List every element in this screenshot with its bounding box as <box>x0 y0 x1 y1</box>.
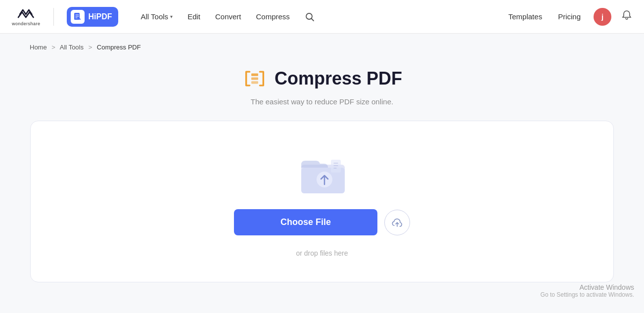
compress-pdf-icon <box>242 66 268 91</box>
alltools-chevron-icon: ▾ <box>170 14 173 19</box>
user-avatar[interactable]: j <box>594 8 611 26</box>
nav-compress[interactable]: Compress <box>250 8 296 25</box>
cloud-upload-icon <box>391 217 403 228</box>
nav-templates[interactable]: Templates <box>506 8 545 25</box>
choose-file-button[interactable]: Choose File <box>234 209 377 235</box>
nav-edit[interactable]: Edit <box>182 8 206 25</box>
svg-rect-4 <box>251 77 258 80</box>
wondershare-logo[interactable]: wondershare <box>12 7 41 26</box>
wondershare-label: wondershare <box>12 21 41 26</box>
drop-text: or drop files here <box>296 249 348 257</box>
hipdf-badge[interactable]: HiPDF <box>67 7 118 27</box>
nav-right: Templates Pricing j <box>506 8 632 26</box>
notification-bell-icon[interactable] <box>621 10 632 23</box>
nav-left: All Tools ▾ Edit Convert Compress <box>135 8 319 26</box>
svg-line-2 <box>311 18 314 21</box>
hipdf-label: HiPDF <box>89 12 112 21</box>
logo-area: wondershare HiPDF <box>12 7 118 27</box>
nav-pricing[interactable]: Pricing <box>555 8 584 25</box>
nav-alltools[interactable]: All Tools ▾ <box>135 8 179 25</box>
svg-rect-5 <box>251 81 258 84</box>
search-button[interactable] <box>301 8 319 26</box>
svg-rect-9 <box>331 160 341 173</box>
breadcrumb: Home > All Tools > Compress PDF <box>0 34 644 61</box>
hipdf-icon <box>71 10 85 24</box>
search-icon <box>305 12 315 22</box>
main-content: Compress PDF The easiest way to reduce P… <box>0 61 644 302</box>
nav-convert[interactable]: Convert <box>209 8 247 25</box>
breadcrumb-current: Compress PDF <box>97 44 141 51</box>
page-title: Compress PDF <box>275 68 402 89</box>
logo-divider <box>53 8 54 26</box>
upload-card: Choose File or drop files here <box>30 121 614 282</box>
page-title-area: Compress PDF The easiest way to reduce P… <box>242 66 402 106</box>
breadcrumb-home[interactable]: Home <box>30 44 47 51</box>
svg-rect-3 <box>251 74 258 76</box>
page-title-row: Compress PDF <box>242 66 402 91</box>
breadcrumb-sep1: > <box>51 44 55 51</box>
breadcrumb-alltools[interactable]: All Tools <box>60 44 84 51</box>
cloud-upload-button[interactable] <box>384 210 410 235</box>
choose-file-row: Choose File <box>234 209 410 235</box>
header: wondershare HiPDF All Tools ▾ Edit Conve… <box>0 0 644 34</box>
wondershare-icon <box>17 7 36 21</box>
folder-upload-icon <box>297 151 347 195</box>
page-subtitle: The easiest way to reduce PDF size onlin… <box>242 97 402 106</box>
breadcrumb-sep2: > <box>89 44 92 51</box>
